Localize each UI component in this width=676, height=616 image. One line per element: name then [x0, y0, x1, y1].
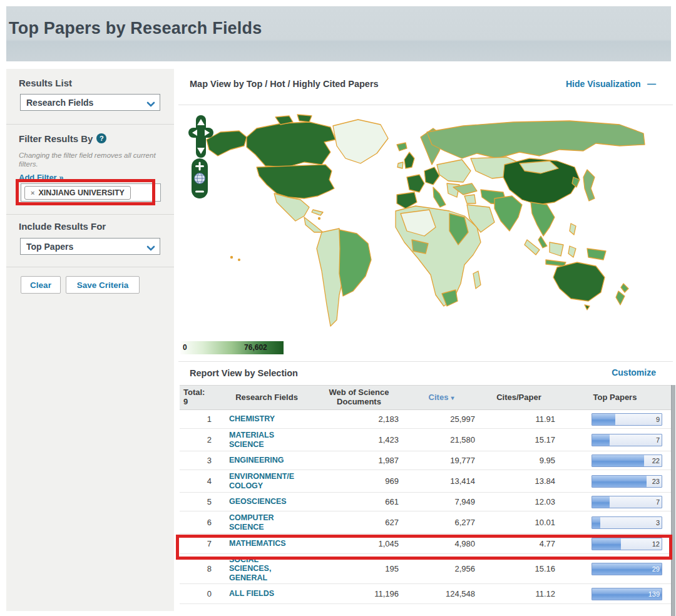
research-field-link[interactable]: ENVIRONMENT/E COLOGY — [229, 472, 294, 490]
column-header-documents[interactable]: Web of Science Documents — [314, 386, 404, 409]
page-header: Top Papers by Research Fields — [6, 6, 671, 61]
column-header-top-papers[interactable]: Top Papers — [559, 386, 671, 409]
research-field-link[interactable]: SOCIAL SCIENCES, GENERAL — [229, 555, 271, 582]
research-field-link[interactable]: MATERIALS SCIENCE — [229, 431, 274, 449]
row-docs: 661 — [314, 493, 404, 511]
map-legend: 0 76,602 — [180, 341, 284, 354]
row-cites-per-paper: 9.95 — [479, 451, 559, 470]
legend-min-label: 0 — [183, 343, 187, 352]
row-rank: 2 — [180, 429, 219, 451]
map-area — [178, 105, 673, 338]
legend-max-label: 76,602 — [244, 343, 267, 352]
row-docs: 11,196 — [314, 584, 404, 603]
help-icon[interactable]: ? — [96, 133, 106, 143]
country-greenland — [333, 120, 388, 163]
globe-icon — [195, 173, 205, 184]
row-cites: 4,980 — [404, 534, 479, 553]
research-field-link[interactable]: COMPUTER SCIENCE — [229, 513, 274, 531]
top-papers-bar: 29 — [592, 563, 662, 575]
sort-desc-icon: ▾ — [451, 394, 454, 401]
row-cites: 19,777 — [404, 451, 479, 470]
report-table: Total: 9 Research Fields Web of Science … — [180, 385, 671, 604]
filter-input[interactable]: × XINJIANG UNIVERSITY — [21, 183, 161, 202]
hide-visualization-link[interactable]: Hide Visualization — — [566, 78, 656, 90]
filter-note: Changing the filter field removes all cu… — [19, 151, 166, 169]
results-list-label: Results List — [19, 78, 72, 88]
row-docs: 627 — [314, 511, 404, 533]
row-cites-per-paper: 10.01 — [479, 511, 559, 533]
table-row: 4 ENVIRONMENT/E COLOGY 969 13,414 13.84 … — [180, 470, 671, 493]
table-row: 6 COMPUTER SCIENCE 627 6,277 10.01 3 — [180, 511, 671, 534]
table-scrollbar[interactable] — [671, 385, 675, 616]
minus-icon: — — [647, 79, 656, 89]
country-usa — [257, 165, 334, 198]
research-field-link[interactable]: GEOSCIENCES — [229, 497, 287, 506]
countries[interactable] — [207, 115, 645, 326]
chevron-down-icon — [146, 100, 155, 110]
column-header-total: Total: 9 — [180, 386, 219, 409]
filter-tag-label: XINJIANG UNIVERSITY — [38, 188, 125, 197]
table-row-mathematics: 7 MATHEMATICS 1,045 4,980 4.77 12 — [180, 534, 671, 554]
map-zoom-control[interactable] — [191, 158, 208, 199]
add-filter-link[interactable]: Add Filter » — [19, 173, 64, 182]
row-cites: 25,997 — [404, 410, 479, 428]
divider — [6, 267, 174, 267]
top-papers-bar: 3 — [592, 516, 662, 529]
row-rank: 3 — [180, 451, 219, 470]
row-docs: 2,183 — [314, 410, 404, 428]
include-results-select[interactable]: Top Papers — [20, 238, 160, 255]
row-cites: 2,956 — [404, 554, 479, 583]
row-docs: 969 — [314, 470, 404, 492]
table-row: 1 CHEMISTRY 2,183 25,997 11.91 9 — [180, 410, 671, 429]
sidebar: Results List Research Fields Filter Resu… — [6, 69, 174, 611]
filter-results-heading: Filter Results By — [19, 133, 93, 144]
divider — [6, 214, 174, 215]
row-rank: 4 — [180, 470, 219, 492]
clear-button[interactable]: Clear — [21, 276, 61, 294]
country-russia — [427, 121, 645, 158]
research-field-link[interactable]: ALL FIELDS — [229, 589, 274, 598]
research-field-link[interactable]: MATHEMATICS — [229, 539, 286, 548]
column-header-cites-per-paper[interactable]: Cites/Paper — [479, 386, 559, 409]
main-panel: Map View by Top / Hot / Highly Cited Pap… — [178, 69, 673, 611]
row-cites-per-paper: 4.77 — [479, 534, 559, 553]
row-cites-per-paper: 11.91 — [479, 410, 559, 428]
divider — [178, 361, 673, 362]
country-australia — [553, 262, 605, 301]
top-papers-bar: 22 — [592, 454, 662, 467]
row-rank: 1 — [180, 410, 219, 428]
top-papers-bar: 12 — [592, 538, 662, 550]
row-cites: 21,580 — [404, 429, 479, 451]
results-list-select[interactable]: Research Fields — [20, 94, 160, 111]
include-results-heading: Include Results For — [19, 221, 106, 232]
table-row: 8 SOCIAL SCIENCES, GENERAL 195 2,956 15.… — [180, 554, 671, 584]
table-row: 2 MATERIALS SCIENCE 1,423 21,580 15.17 7 — [180, 429, 671, 451]
filter-tag[interactable]: × XINJIANG UNIVERSITY — [24, 186, 131, 200]
save-criteria-button[interactable]: Save Criteria — [66, 276, 140, 294]
table-header-row: Total: 9 Research Fields Web of Science … — [180, 385, 671, 410]
row-cites-per-paper: 15.16 — [479, 554, 559, 583]
column-header-cites[interactable]: Cites▾ — [404, 386, 479, 409]
world-map[interactable] — [182, 110, 670, 341]
country-france — [407, 175, 424, 192]
row-rank: 5 — [180, 493, 219, 511]
row-cites-per-paper: 15.17 — [479, 429, 559, 451]
research-field-link[interactable]: ENGINEERING — [229, 456, 284, 465]
column-header-research-fields[interactable]: Research Fields — [219, 386, 314, 409]
remove-tag-icon[interactable]: × — [31, 189, 34, 197]
top-papers-bar: 23 — [592, 475, 662, 488]
row-rank: 6 — [180, 511, 219, 533]
row-cites: 7,949 — [404, 493, 479, 511]
region-eastern-europe — [437, 160, 471, 182]
divider — [6, 124, 174, 125]
table-row: 0 ALL FIELDS 11,196 124,548 11.12 139 — [180, 584, 671, 604]
country-new-zealand — [621, 284, 628, 292]
customize-link[interactable]: Customize — [612, 367, 656, 377]
row-rank: 0 — [180, 584, 219, 603]
map-pan-control[interactable] — [188, 115, 214, 158]
row-cites: 124,548 — [404, 584, 479, 603]
research-field-link[interactable]: CHEMISTRY — [229, 414, 275, 423]
row-cites: 6,277 — [404, 511, 479, 533]
row-docs: 195 — [314, 554, 404, 583]
chevron-down-icon — [146, 244, 155, 254]
